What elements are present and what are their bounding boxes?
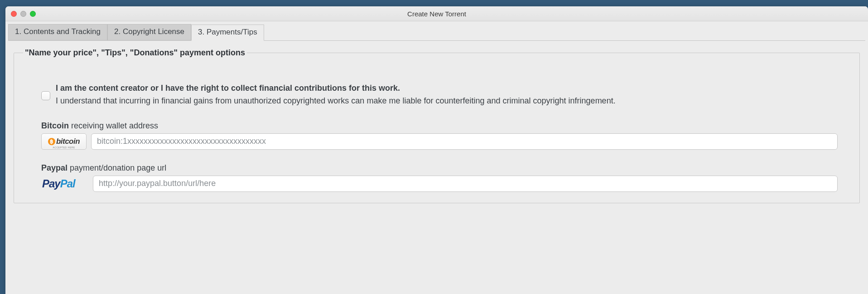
titlebar: Create New Torrent <box>5 6 704 21</box>
affirmation-checkbox[interactable] <box>41 91 50 100</box>
traffic-lights <box>11 11 36 17</box>
payments-fieldset: "Name your price", "Tips", "Donations" p… <box>14 48 704 203</box>
affirmation-text: I am the content creator or I have the r… <box>56 82 616 108</box>
paypal-label-strong: Paypal <box>41 163 68 172</box>
tab-content: "Name your price", "Tips", "Donations" p… <box>5 41 704 238</box>
bitcoin-label-strong: Bitcoin <box>41 121 69 130</box>
bitcoin-label-rest: receiving wallet address <box>69 121 158 130</box>
window-minimize-button[interactable] <box>20 11 26 17</box>
bitcoin-icon: ฿ <box>48 138 55 145</box>
bitcoin-label: Bitcoin receiving wallet address <box>41 121 704 131</box>
paypal-label: Paypal payment/donation page url <box>41 163 704 173</box>
paypal-input-row: PayPal <box>41 176 704 192</box>
paypal-url-input[interactable] <box>93 176 704 192</box>
bitcoin-badge-text: bitcoin <box>56 137 80 146</box>
bitcoin-badge-subtext: ACCEPTED HERE <box>53 146 75 149</box>
affirmation-bold-line: I am the content creator or I have the r… <box>56 82 616 95</box>
tab-copyright-license[interactable]: 2. Copyright License <box>107 24 191 40</box>
window-close-button[interactable] <box>11 11 17 17</box>
bitcoin-badge: ฿bitcoin ACCEPTED HERE <box>41 133 87 150</box>
paypal-logo-icon: PayPal <box>42 177 75 190</box>
window-zoom-button[interactable] <box>30 11 36 17</box>
tabstrip: 1. Contents and Tracking 2. Copyright Li… <box>5 21 704 40</box>
affirmation-rest: I understand that incurring in financial… <box>56 96 616 105</box>
bitcoin-input-row: ฿bitcoin ACCEPTED HERE <box>41 133 704 150</box>
tab-payments-tips[interactable]: 3. Payments/Tips <box>191 24 264 41</box>
bitcoin-address-input[interactable] <box>91 133 704 150</box>
fieldset-legend: "Name your price", "Tips", "Donations" p… <box>23 48 247 58</box>
paypal-badge: PayPal <box>41 176 88 192</box>
paypal-field-block: Paypal payment/donation page url PayPal <box>41 163 704 192</box>
bitcoin-field-block: Bitcoin receiving wallet address ฿bitcoi… <box>41 121 704 150</box>
paypal-label-rest: payment/donation page url <box>68 163 166 172</box>
affirmation-row: I am the content creator or I have the r… <box>41 82 704 108</box>
create-torrent-window: Create New Torrent 1. Contents and Track… <box>5 6 704 238</box>
tab-contents-and-tracking[interactable]: 1. Contents and Tracking <box>8 24 107 40</box>
window-title: Create New Torrent <box>5 10 704 18</box>
